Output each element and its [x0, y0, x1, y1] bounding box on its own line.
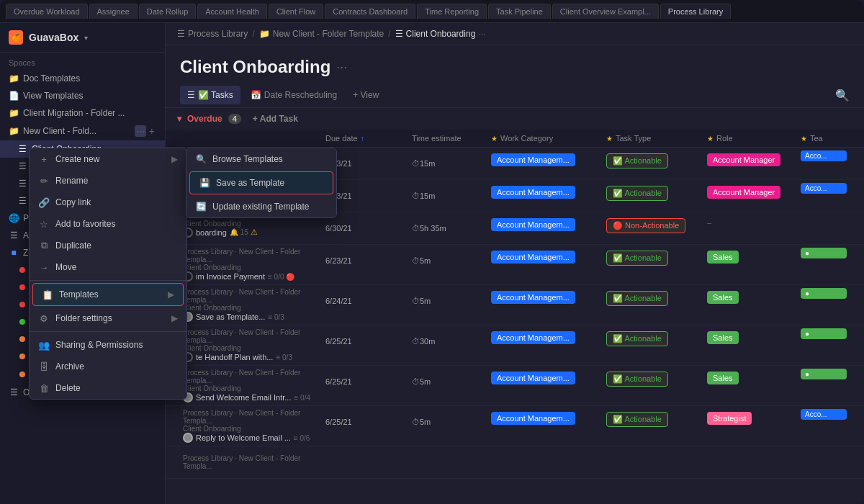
task-name: te Handoff Plan with... ≡ 0/3 [183, 352, 292, 362]
menu-item-create-new[interactable]: + Create new ▶ [30, 148, 186, 170]
task-name: im Invoice Payment ≡ 0/0 🔴 [183, 271, 294, 282]
menu-item-folder-settings[interactable]: ⚙ Folder settings ▶ [30, 307, 186, 329]
top-tab-contracts[interactable]: Contracts Dashboard [325, 4, 415, 19]
th-work-category[interactable]: ★ Work Category [485, 130, 600, 147]
sidebar-item-view-templates[interactable]: 📄 View Templates [0, 87, 165, 104]
search-button[interactable]: 🔍 [835, 89, 850, 102]
breadcrumb-separator: / [388, 29, 390, 39]
th-team[interactable]: ★ Tea [795, 130, 852, 147]
menu-item-delete[interactable]: 🗑 Delete [30, 377, 186, 399]
sidebar-header[interactable]: 🍊 GuavaBox ▾ [0, 23, 165, 53]
star-icon: ★ [707, 135, 714, 143]
submenu-update-template[interactable]: 🔄 Update existing Template [186, 196, 336, 217]
top-tab-health[interactable]: Account Health [197, 4, 267, 19]
plus-button[interactable]: + [148, 125, 156, 137]
table-row: Process Library · New Client - Folder Te… [166, 325, 864, 366]
calendar-icon: 📅 [251, 90, 261, 100]
top-tab-pipeline[interactable]: Task Pipeline [488, 4, 551, 19]
role-badge: Strategist [707, 412, 752, 425]
work-category-badge: Account Managem... [491, 331, 575, 344]
menu-item-sharing[interactable]: 👥 Sharing & Permissions [30, 334, 186, 356]
menu-item-copy-link[interactable]: 🔗 Copy link [30, 192, 186, 213]
top-tab-process[interactable]: Process Library [660, 4, 731, 19]
breadcrumb-new-client[interactable]: 📁 New Client - Folder Template [259, 29, 384, 39]
task-cell[interactable]: Process Library · New Client - Folder Te… [177, 406, 320, 446]
top-tab-date[interactable]: Date Rollup [139, 4, 196, 19]
time-icon: ⏱ [412, 337, 420, 346]
role-badge: Sales [707, 372, 739, 384]
team-cell: ● [795, 245, 852, 276]
table-row: Process Library · New Client - Folder Te… [166, 285, 864, 325]
task-meta: Process Library · New Client - Folder Te… [183, 288, 314, 304]
settings-icon: ⚙ [38, 312, 50, 324]
task-cell[interactable]: Process Library · New Client - Folder Te… [177, 245, 320, 284]
list-icon: ☰ [177, 29, 185, 39]
task-icons: ≡ 0/6 [294, 434, 310, 442]
top-tab-time[interactable]: Time Reporting [417, 4, 487, 19]
submenu-browse-templates[interactable]: 🔍 Browse Templates [186, 148, 336, 170]
menu-item-rename[interactable]: ✏ Rename [30, 170, 186, 192]
tab-date-rescheduling[interactable]: 📅 Date Rescheduling [243, 86, 344, 104]
th-due-date[interactable]: Due date ↑ [320, 130, 406, 147]
menu-label: Move [55, 262, 178, 272]
list-icon: ☰ [395, 29, 403, 39]
menu-item-duplicate[interactable]: ⧉ Duplicate [30, 235, 186, 256]
breadcrumb-process-library[interactable]: ☰ Process Library [177, 29, 248, 39]
th-role[interactable]: ★ Role [701, 130, 795, 147]
time-icon: ⏱ [412, 192, 420, 200]
top-tab-flow[interactable]: Client Flow [269, 4, 323, 19]
context-menu: + Create new ▶ ✏ Rename 🔗 Copy link ☆ Ad… [29, 148, 187, 400]
menu-item-templates[interactable]: 📋 Templates ▶ [32, 283, 184, 306]
task-status-radio[interactable] [183, 433, 193, 443]
menu-label: Templates [59, 289, 162, 300]
save-icon: 💾 [199, 177, 210, 189]
task-name: Save as Template... ≡ 0/3 [183, 312, 284, 322]
role-cell: Sales [701, 285, 795, 317]
menu-divider [30, 280, 186, 281]
th-task-type[interactable]: ★ Task Type [600, 130, 701, 147]
top-tab-overdue[interactable]: Overdue Workload [6, 4, 88, 19]
task-cell[interactable]: Process Library · New Client - Folder Te… [177, 285, 320, 325]
page-header: Client Onboarding ··· [166, 45, 864, 83]
dots-button[interactable]: ··· [135, 125, 146, 137]
tab-tasks[interactable]: ☰ ✅ Tasks [180, 86, 240, 104]
menu-item-add-favorites[interactable]: ☆ Add to favorites [30, 213, 186, 235]
sidebar-item-client-migration[interactable]: 📁 Client Migration - Folder ... [0, 104, 165, 122]
table-row: Process Library · New Client - Folder Te… [166, 406, 864, 446]
table-row: Process Library · New Client - Folder Te… [166, 446, 864, 479]
task-cell[interactable]: Process Library · New Client - Folder Te… [177, 366, 320, 405]
warning-icon: ⚠ [251, 228, 258, 237]
submenu-save-as-template[interactable]: 💾 Save as Template [189, 171, 333, 194]
tab-add-view[interactable]: + View [347, 86, 384, 104]
top-tab-client-overview[interactable]: Client Overview Exampl... [552, 4, 659, 19]
work-category-cell: Account Managem... [485, 180, 600, 212]
menu-item-move[interactable]: → Move [30, 256, 186, 278]
breadcrumb-dots[interactable]: ··· [478, 29, 485, 39]
date-cell: 6/25/21 [320, 325, 406, 357]
task-name: boarding 🔔 15 ⚠ [183, 228, 258, 238]
th-time-estimate[interactable]: Time estimate [406, 130, 485, 147]
menu-item-archive[interactable]: 🗄 Archive [30, 356, 186, 377]
time-cell: ⏱ 5m [406, 366, 485, 397]
time-icon: ⏱ [412, 377, 420, 386]
top-tabs-bar: Overdue Workload Assignee Date Rollup Ac… [0, 0, 864, 23]
task-type-badge: ✅ Actionable [606, 251, 668, 266]
breadcrumb-separator: / [252, 29, 254, 39]
task-type-label: Task Type [616, 134, 651, 143]
sidebar-item-new-client-fold[interactable]: 📁 New Client - Fold... ··· + [0, 122, 165, 140]
top-tab-assignee[interactable]: Assignee [89, 4, 138, 19]
work-category-cell: Account Managem... [485, 148, 600, 179]
sidebar-item-doc-templates[interactable]: 📁 Doc Templates [0, 70, 165, 87]
task-type-cell: ✅ Actionable [600, 245, 701, 276]
page-title-menu-button[interactable]: ··· [336, 60, 347, 75]
collapse-icon[interactable]: ▾ [177, 114, 181, 124]
task-cell[interactable]: Process Library · New Client - Folder Te… [177, 325, 320, 365]
add-task-button[interactable]: + Add Task [253, 114, 298, 124]
task-cell[interactable]: Process Library · New Client - Folder Te… [177, 446, 320, 478]
task-icons: ≡ 0/0 🔴 [268, 273, 294, 281]
work-category-cell: Account Managem... [485, 245, 600, 276]
task-type-badge: ✅ Actionable [606, 186, 668, 201]
time-cell: ⏱ 5m [406, 285, 485, 317]
sidebar-item-label: Doc Templates [23, 73, 156, 84]
work-category-cell: Account Managem... [485, 285, 600, 317]
